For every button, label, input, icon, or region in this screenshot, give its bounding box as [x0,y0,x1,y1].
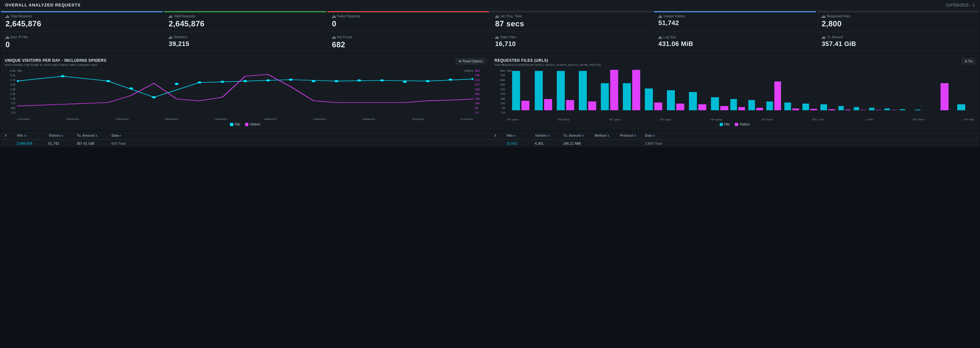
svg-rect-31 [172,37,172,39]
files-table: # Hits ▾ Visitors ⇕ Tx. Amount ⇕ Method … [490,132,979,147]
svg-point-65 [220,81,224,83]
svg-rect-89 [535,71,543,110]
files-chart-subtitle: TOP REQUESTS SORTED BY HITS [, AVGTS, CU… [495,64,601,67]
svg-rect-127 [900,110,905,110]
files-y-axis-left: 840 745 650 560 470 370 280 190 93 0.0 [495,69,506,114]
files-row-method [595,141,617,145]
svg-rect-112 [775,81,781,110]
svg-point-70 [335,80,339,82]
svg-rect-130 [940,83,948,110]
svg-rect-90 [544,99,552,110]
svg-rect-99 [645,89,653,110]
metric-init-proc-label: Init. Proc. Time [500,14,522,18]
svg-rect-87 [512,71,520,110]
page-title: OVERALL ANALYZED REQUESTS [5,3,81,7]
visitors-col-visitors[interactable]: Visitors ⇕ [49,134,74,137]
svg-rect-23 [825,16,825,18]
files-row-protocol [620,141,642,145]
files-hits-legend-label: Hits [724,122,730,126]
svg-point-73 [403,81,407,83]
svg-rect-88 [522,101,530,110]
svg-rect-30 [170,36,171,39]
metric-total-requests-label: Total Requests [11,14,32,18]
svg-rect-0 [5,17,6,18]
visitors-col-data[interactable]: Data ▾ [111,134,137,137]
files-hits-legend-color [720,123,723,126]
svg-rect-129 [915,110,921,110]
svg-rect-107 [730,99,737,110]
files-chart-panel: REQUESTED FILES (URLS) TOP REQUESTS SORT… [490,54,979,130]
svg-rect-39 [498,37,499,39]
files-col-method[interactable]: Method ⇕ [595,134,617,137]
metric-failed-requests-value: 0 [332,19,485,28]
visitors-panel-options-button[interactable]: ⚙ Panel Options [456,58,485,64]
tables-section: # Hits ⇕ Visitors ⇕ Tx. Amount ⇕ Data ▾ … [0,131,980,148]
files-panel-options-button[interactable]: ⚙ Pa [962,58,975,64]
svg-rect-103 [689,92,697,110]
metrics-grid-row1: Total Requests 2,645,876 Valid Requests … [0,10,980,32]
metric-requested-files-label: Requested Files [827,14,850,18]
svg-rect-14 [497,15,498,18]
svg-rect-111 [766,101,773,110]
files-visitors-legend-color [735,123,738,126]
visitors-chart-inner [17,69,473,115]
visitors-y-axis-left: 3.5k 3.1k 2.7k 2.3k 1.9k 1.5k 1.2k 770 3… [5,69,16,114]
visitors-col-hash[interactable]: # [5,134,14,137]
visitors-row-hits: 2,645,876 [17,141,46,145]
svg-rect-4 [169,17,169,18]
metric-excl-ip-hits: Excl. IP Hits 0 [1,32,163,53]
svg-rect-34 [334,36,335,39]
svg-rect-106 [721,106,729,110]
visitors-y-axis-right: 860 760 670 570 480 380 290 190 95 0.0 [474,69,485,114]
files-col-tx[interactable]: Tx. Amount ⇕ [563,134,592,137]
svg-point-75 [449,78,452,81]
hits-legend-label: Hits [235,122,240,126]
svg-rect-97 [623,83,631,110]
visitors-row-data: 609 Total [111,141,137,145]
svg-point-58 [17,80,19,82]
metric-init-proc-value: 87 secs [495,19,648,28]
files-chart-legend: Hits Visitors [495,122,975,126]
svg-rect-47 [825,37,825,39]
files-col-data[interactable]: Data ⇕ [645,134,671,137]
files-chart-area: Hits 840 745 650 560 470 370 280 190 93 … [495,69,975,121]
visitors-col-hits[interactable]: Hits ⇕ [17,134,46,137]
metric-failed-requests: Failed Requests 0 [327,11,490,32]
visitors-chart-panel: UNIQUE VISITORS PER DAY - INCLUDING SPID… [1,54,490,130]
header-date: 21/FEB/2019 – 1 [946,3,975,7]
svg-rect-114 [792,108,799,110]
files-col-hash[interactable]: # [495,134,504,137]
files-col-visitors[interactable]: Visitors ⇕ [535,134,561,137]
svg-rect-131 [957,104,965,110]
svg-point-61 [129,87,133,90]
svg-rect-115 [802,103,809,110]
svg-rect-100 [654,103,662,110]
svg-rect-22 [824,15,824,18]
svg-rect-109 [748,100,755,110]
svg-point-63 [175,83,178,85]
metric-log-size: Log Size 431.06 MiB [654,32,816,53]
metric-unique-visitors-label: Unique Visitors [663,14,685,18]
metric-referrers-label: Referrers [174,35,187,39]
legend-visitors: Visitors [245,122,260,126]
files-col-protocol[interactable]: Protocol ⇕ [620,134,643,137]
files-col-hits[interactable]: Hits ▾ [507,134,533,137]
metric-init-proc-time: Init. Proc. Time 87 secs [490,11,653,32]
files-table-header-row: # Hits ▾ Visitors ⇕ Tx. Amount ⇕ Method … [495,134,975,137]
files-legend-hits: Hits [720,122,730,126]
charts-section: UNIQUE VISITORS PER DAY - INCLUDING SPID… [0,53,980,131]
svg-rect-93 [579,71,587,110]
svg-rect-42 [660,36,661,39]
svg-rect-126 [891,110,897,110]
hits-legend-color [230,123,233,126]
svg-rect-28 [169,38,169,39]
visitors-chart-header: UNIQUE VISITORS PER DAY - INCLUDING SPID… [5,58,485,67]
svg-rect-26 [7,36,8,39]
visitors-legend-color [245,123,248,126]
svg-point-72 [380,79,384,82]
visitors-col-tx[interactable]: Tx. Amount ⇕ [77,134,109,137]
svg-rect-35 [335,37,336,39]
svg-point-71 [357,79,361,82]
svg-rect-40 [658,38,659,39]
svg-rect-121 [854,107,859,110]
